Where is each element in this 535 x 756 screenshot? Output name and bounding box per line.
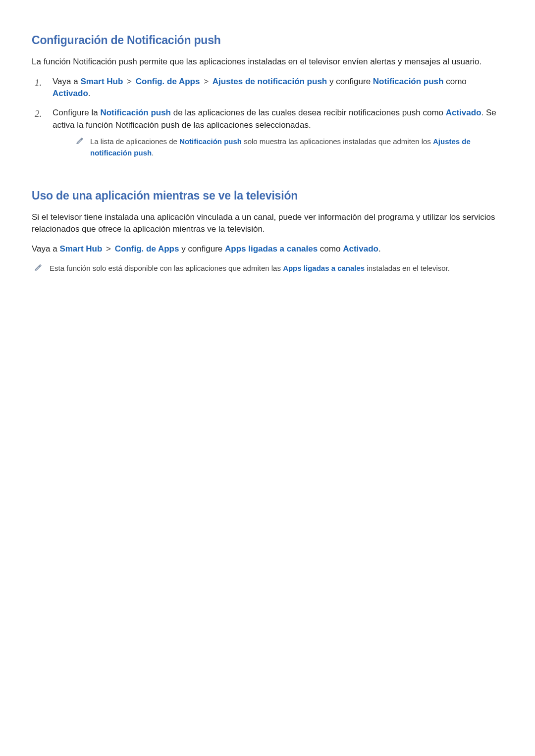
intro-paragraph: Si el televisor tiene instalada una apli… xyxy=(32,211,504,235)
link-activated: Activado xyxy=(53,89,88,98)
link-activated: Activado xyxy=(343,244,378,253)
link-push-notification: Notificación push xyxy=(100,108,171,117)
step-text: Configure la xyxy=(53,108,100,117)
separator: > xyxy=(102,244,114,253)
path-text: y configure xyxy=(179,244,225,253)
section-heading-push-notification: Configuración de Notificación push xyxy=(32,34,504,47)
path-text: Vaya a xyxy=(32,244,59,253)
step-item: 1. Vaya a Smart Hub > Config. de Apps > … xyxy=(32,76,504,100)
link-push-notification: Notificación push xyxy=(179,137,242,146)
link-push-notification: Notificación push xyxy=(373,77,444,86)
path-text: . xyxy=(378,244,381,253)
intro-paragraph: La función Notificación push permite que… xyxy=(32,56,504,68)
note-row: La lista de aplicaciones de Notificación… xyxy=(53,136,504,158)
step-text: . xyxy=(88,89,91,98)
step-number: 1. xyxy=(35,76,42,90)
step-text: como xyxy=(443,77,466,86)
step-number: 2. xyxy=(35,107,42,121)
separator: > xyxy=(123,77,135,86)
step-text: de las aplicaciones de las cuales desea … xyxy=(171,108,446,117)
link-push-settings: Ajustes de notificación push xyxy=(213,77,327,86)
link-smart-hub: Smart Hub xyxy=(59,244,102,253)
separator: > xyxy=(200,77,212,86)
section-heading-app-while-tv: Uso de una aplicación mientras se ve la … xyxy=(32,189,504,202)
link-config-apps: Config. de Apps xyxy=(136,77,200,86)
link-smart-hub: Smart Hub xyxy=(80,77,123,86)
document-page: Configuración de Notificación push La fu… xyxy=(0,0,535,304)
pencil-note-icon xyxy=(35,264,42,271)
steps-list: 1. Vaya a Smart Hub > Config. de Apps > … xyxy=(32,76,504,159)
section-gap xyxy=(32,165,504,189)
step-text: y configure xyxy=(327,77,373,86)
link-config-apps: Config. de Apps xyxy=(115,244,179,253)
path-text: como xyxy=(318,244,343,253)
note-text: La lista de aplicaciones de xyxy=(90,137,179,146)
link-channel-apps: Apps ligadas a canales xyxy=(283,264,365,272)
note-text: instaladas en el televisor. xyxy=(365,264,450,272)
path-paragraph: Vaya a Smart Hub > Config. de Apps y con… xyxy=(32,243,504,255)
note-text: Esta función solo está disponible con la… xyxy=(50,264,283,272)
link-activated: Activado xyxy=(446,108,482,117)
note-text: solo muestra las aplicaciones instaladas… xyxy=(242,137,433,146)
note-text: . xyxy=(152,149,154,157)
link-channel-apps: Apps ligadas a canales xyxy=(225,244,318,253)
pencil-note-icon xyxy=(76,137,83,144)
step-text: Vaya a xyxy=(53,77,80,86)
step-item: 2. Configure la Notificación push de las… xyxy=(32,107,504,158)
note-row: Esta función solo está disponible con la… xyxy=(32,263,504,274)
